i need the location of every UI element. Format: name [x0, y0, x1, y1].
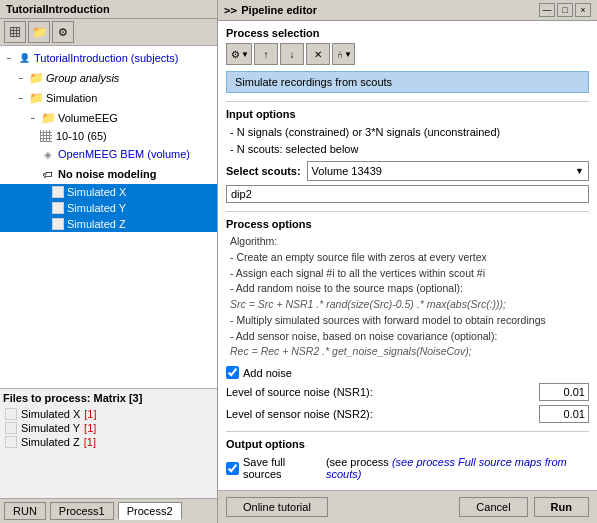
title-text: Pipeline editor	[241, 4, 317, 16]
branch-combo-arrow: ▼	[344, 50, 352, 59]
algo-line-7: Rec = Rec + NSR2 .* get_noise_signals(No…	[230, 344, 589, 360]
tree-label-simz: Simulated Z	[67, 218, 126, 230]
left-panel: TutorialIntroduction 📁 ⚙ − 👤 TutorialInt…	[0, 0, 218, 523]
file-row-simz: Simulated Z [1]	[3, 435, 214, 449]
tree-item-nonoise[interactable]: 🏷 No noise modeling	[0, 164, 217, 184]
save-sources-checkbox[interactable]	[226, 462, 239, 475]
window-title: >> Pipeline editor	[224, 4, 317, 17]
file-badge-simy: [1]	[84, 422, 96, 434]
process-options: Process options Algorithm: - Create an e…	[226, 218, 589, 423]
nsr1-label: Level of source noise (NSR1):	[226, 386, 533, 398]
openmeg-icon: ◈	[40, 146, 56, 162]
algo-line-6: - Add sensor noise, based on noise covar…	[230, 329, 589, 345]
run-button[interactable]: RUN	[4, 502, 46, 520]
file-name-simy: Simulated Y	[21, 422, 80, 434]
left-panel-title: TutorialIntroduction	[0, 0, 217, 19]
move-up-button[interactable]: ↑	[254, 43, 278, 65]
process1-tab[interactable]: Process1	[50, 502, 114, 520]
bottom-tabs: RUN Process1 Process2	[0, 498, 217, 523]
tag-icon: 🏷	[40, 166, 56, 182]
scouts-input-value: dip2	[231, 188, 252, 200]
x-icon: ✕	[314, 49, 322, 60]
delete-button[interactable]: ✕	[306, 43, 330, 65]
divider-2	[226, 211, 589, 212]
tree-item-simz[interactable]: Simulated Z	[0, 216, 217, 232]
divider-1	[226, 101, 589, 102]
move-down-button[interactable]: ↓	[280, 43, 304, 65]
tree-item-openmeg[interactable]: ◈ OpenMEEG BEM (volume)	[0, 144, 217, 164]
online-tutorial-button[interactable]: Online tutorial	[226, 497, 328, 517]
tree-item-group[interactable]: − 📁 Group analysis	[0, 68, 217, 88]
full-source-link: (see process Full source maps from scout…	[326, 456, 567, 480]
save-sources-row: Save full sources (see process (see proc…	[226, 456, 589, 480]
algo-line-4: Src = Src + NSR1 .* rand(size(Src)-0.5) …	[230, 297, 589, 313]
tree-item-simx[interactable]: Simulated X	[0, 184, 217, 200]
file-icon-list-simx	[5, 408, 17, 420]
algo-line-5: - Multiply simulated sources with forwar…	[230, 313, 589, 329]
nsr2-label: Level of sensor noise (NSR2):	[226, 408, 533, 420]
tree-label-openmeg: OpenMEEG BEM (volume)	[58, 148, 190, 160]
process-name: Simulate recordings from scouts	[235, 76, 392, 88]
input-line-1: - N signals (constrained) or 3*N signals…	[230, 124, 589, 141]
scouts-text-input[interactable]: dip2	[226, 185, 589, 203]
scouts-label: Select scouts:	[226, 165, 301, 177]
file-row-simy: Simulated Y [1]	[3, 421, 214, 435]
tree-item-tutorial[interactable]: − 👤 TutorialIntroduction (subjects)	[0, 48, 217, 68]
folder-tool-button[interactable]: 📁	[28, 21, 50, 43]
expand-icon-vol: −	[28, 113, 38, 123]
add-noise-row: Add noise	[226, 366, 589, 379]
tree-label-tutorial: TutorialIntroduction (subjects)	[34, 52, 179, 64]
run-pipeline-button[interactable]: Run	[534, 497, 589, 517]
file-badge-simz: [1]	[84, 436, 96, 448]
file-icon-simz	[52, 218, 64, 230]
file-badge-simx: [1]	[84, 408, 96, 420]
add-noise-label: Add noise	[243, 367, 292, 379]
file-name-simx: Simulated X	[21, 408, 80, 420]
grid-icon	[10, 27, 20, 37]
tree-label-nonoise: No noise modeling	[58, 168, 156, 180]
file-icon-list-simz	[5, 436, 17, 448]
scouts-dropdown[interactable]: Volume 13439 ▼	[307, 161, 589, 181]
process-options-title: Process options	[226, 218, 589, 230]
tree-item-simy[interactable]: Simulated Y	[0, 200, 217, 216]
process-highlight: Simulate recordings from scouts	[226, 71, 589, 93]
settings-tool-button[interactable]: ⚙	[52, 21, 74, 43]
add-noise-checkbox[interactable]	[226, 366, 239, 379]
algorithm-label: Algorithm:	[230, 234, 589, 250]
nsr2-input[interactable]	[539, 405, 589, 423]
tree-item-1010[interactable]: 10-10 (65)	[0, 128, 217, 144]
cancel-button[interactable]: Cancel	[459, 497, 527, 517]
tree-label-1010: 10-10 (65)	[56, 130, 107, 142]
expand-icon-sim: −	[16, 93, 26, 103]
branch-icon: ⑃	[337, 49, 343, 60]
subjects-icon: 👤	[16, 50, 32, 66]
nsr1-input[interactable]	[539, 383, 589, 401]
close-button[interactable]: ×	[575, 3, 591, 17]
process-toolbar: ⚙ ▼ ↑ ↓ ✕ ⑃ ▼	[226, 43, 589, 65]
combo-arrow: ▼	[241, 50, 249, 59]
maximize-button[interactable]: □	[557, 3, 573, 17]
process2-tab[interactable]: Process2	[118, 502, 182, 520]
gear-icon: ⚙	[231, 49, 240, 60]
gear-combo-button[interactable]: ⚙ ▼	[226, 43, 252, 65]
branch-combo-button[interactable]: ⑃ ▼	[332, 43, 355, 65]
tree-item-simulation[interactable]: − 📁 Simulation	[0, 88, 217, 108]
save-sources-label: Save full sources	[243, 456, 322, 480]
nsr2-row: Level of sensor noise (NSR2):	[226, 405, 589, 423]
folder-icon-vol: 📁	[40, 110, 56, 126]
algo-line-2: - Assign each signal #i to all the verti…	[230, 266, 589, 282]
minimize-button[interactable]: —	[539, 3, 555, 17]
grid-icon-1010	[40, 130, 52, 142]
window-titlebar: >> Pipeline editor — □ ×	[218, 0, 597, 21]
file-icon-simy	[52, 202, 64, 214]
tree-item-volumeeeg[interactable]: − 📁 VolumeEEG	[0, 108, 217, 128]
grid-tool-button[interactable]	[4, 21, 26, 43]
up-arrow-icon: ↑	[263, 49, 268, 60]
process-selection-title: Process selection	[226, 27, 589, 39]
scouts-select-row: Select scouts: Volume 13439 ▼	[226, 161, 589, 181]
expand-icon-group: −	[16, 73, 26, 83]
pipeline-editor: >> Pipeline editor — □ × Process selecti…	[218, 0, 597, 523]
input-options: Input options - N signals (constrained) …	[226, 108, 589, 203]
nsr1-row: Level of source noise (NSR1):	[226, 383, 589, 401]
file-row-simx: Simulated X [1]	[3, 407, 214, 421]
